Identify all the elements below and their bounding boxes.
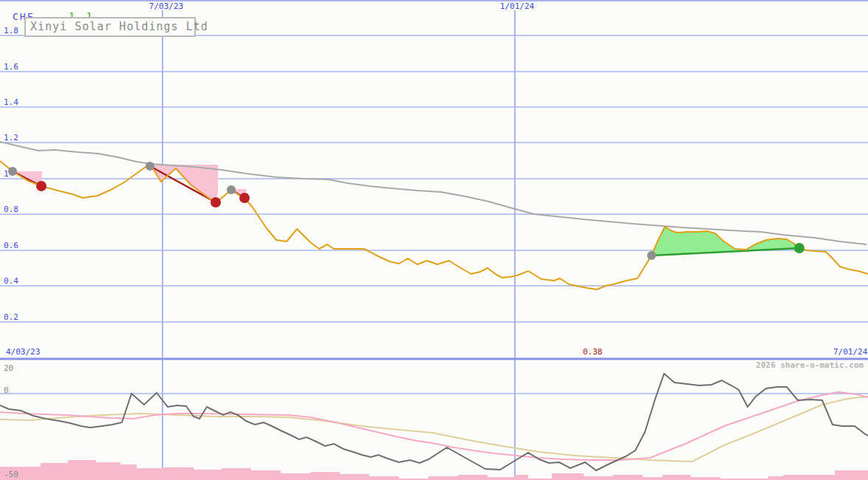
volume-bar [488, 477, 515, 480]
volume-bar [96, 462, 120, 480]
price-y-tick: 0.6 [4, 241, 18, 250]
price-y-tick: 1.8 [4, 26, 18, 35]
trade-entry-dot [227, 185, 236, 194]
indicator-y-tick: 20 [4, 363, 13, 373]
volume-bar [663, 475, 691, 480]
volume-bar [458, 475, 488, 480]
instrument-title: Xinyi Solar Holdings Ltd [24, 17, 196, 37]
price-y-tick: 1 [4, 169, 9, 179]
volume-bar [783, 475, 835, 480]
x-axis-date-bottom-right: 7/01/24 [833, 347, 867, 357]
volume-bar [251, 470, 281, 480]
price-y-tick: 0.4 [4, 276, 18, 286]
volume-bar [369, 476, 399, 480]
volume-bar [120, 464, 137, 480]
benchmark-line [0, 142, 867, 244]
trade-exit-dot [239, 193, 250, 203]
volume-bar [310, 472, 340, 480]
volume-bar [164, 467, 194, 480]
volume-bar [41, 463, 68, 480]
x-axis-date-top-2: 1/01/24 [500, 1, 534, 11]
x-axis-date-bottom-left: 4/03/23 [6, 347, 40, 357]
volume-bar [613, 475, 643, 480]
price-y-tick: 1.2 [4, 133, 18, 143]
price-chart-canvas [0, 0, 868, 480]
trade-exit-dot [36, 181, 47, 191]
signal-tan-line [0, 397, 868, 462]
price-y-tick: 0.2 [4, 312, 18, 322]
trade-exit-dot [211, 197, 221, 208]
price-low-marker-label: 0.38 [583, 347, 603, 357]
volume-bar [768, 476, 783, 480]
volume-bar [281, 473, 310, 480]
volume-bar [515, 475, 528, 480]
volume-bar [835, 470, 868, 480]
volume-bar [222, 468, 251, 480]
volume-bar [428, 476, 458, 480]
stock-chart-app: CHF 1.1 Xinyi Solar Holdings Ltd 7/03/23… [0, 0, 868, 480]
volume-bar [340, 474, 369, 480]
x-axis-date-top-1: 7/03/23 [149, 1, 183, 11]
volume-bar [691, 477, 720, 480]
watermark: 2026 share-o-matic.com [756, 360, 864, 370]
volume-bar [137, 468, 164, 480]
trade-entry-dot [8, 167, 17, 176]
volume-bar [194, 470, 222, 480]
indicator-y-tick: 0 [4, 385, 9, 395]
volume-bar [68, 460, 96, 480]
price-y-tick: 1.6 [4, 62, 18, 72]
volume-bar [584, 476, 613, 480]
price-y-tick: 0.8 [4, 205, 18, 214]
price-y-tick: 1.4 [4, 97, 18, 107]
signal-pink-line [0, 392, 868, 460]
indicator-y-tick: -50 [4, 470, 18, 479]
volume-bar [643, 477, 663, 480]
trade-entry-dot [146, 162, 154, 171]
trade-entry-dot [647, 251, 656, 260]
trade-exit-dot [794, 243, 804, 253]
price-line [0, 161, 868, 289]
volume-bar [552, 473, 584, 480]
